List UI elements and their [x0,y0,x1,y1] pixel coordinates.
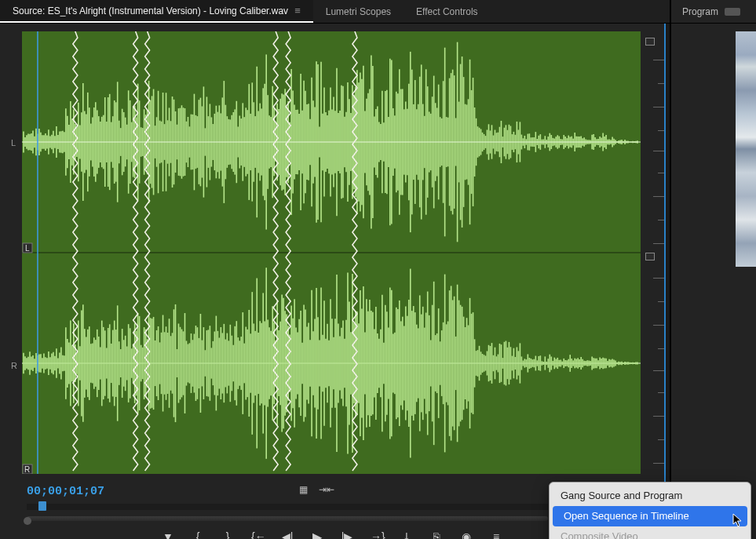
waveform-monitor[interactable]: L R L [0,24,664,481]
timecode-display[interactable]: 00;00;01;07 [27,485,104,498]
ruler-marker-mid [645,253,655,260]
insert-button[interactable]: ⤓ [400,530,413,539]
step-back-button[interactable]: ◀| [281,530,294,539]
source-panel-tabs: Source: ES_It's Alright (Instrumental Ve… [0,0,756,24]
go-to-in-button[interactable]: {← [251,530,264,539]
source-monitor: L R L [0,24,666,539]
level-ruler [644,35,664,474]
play-button[interactable]: ▶ [311,530,323,540]
menu-item-composite-video: Composite Video [550,526,751,539]
button-editor-button[interactable]: ≡ [490,530,502,539]
program-chip [725,8,740,16]
tab-lumetri-label: Lumetri Scopes [326,6,391,17]
program-panel: Program [670,0,756,539]
zoom-track[interactable] [27,516,548,521]
overwrite-button[interactable]: ⎘ [430,530,443,539]
channel-right-label: R [11,361,17,370]
tab-program-label: Program [682,6,718,17]
source-context-menu: Gang Source and Program Open Sequence in… [549,482,751,539]
mark-in-button[interactable]: { [192,530,204,539]
mark-out-button[interactable]: } [221,530,234,539]
tab-effects-label: Effect Controls [416,6,477,17]
export-frame-button[interactable]: ◉ [460,530,473,539]
panel-menu-icon[interactable]: ≡ [294,5,301,16]
settings-view-icon[interactable]: ▦ [299,484,308,495]
svg-text:R: R [24,465,30,474]
go-to-out-button[interactable]: →} [371,530,383,539]
add-marker-button[interactable]: ▼ [162,530,174,539]
svg-text:L: L [25,244,30,253]
tab-program[interactable]: Program [671,0,756,24]
channel-left-label: L [11,138,16,147]
tab-source-label: Source: ES_It's Alright (Instrumental Ve… [13,5,288,16]
tab-lumetri-scopes[interactable]: Lumetri Scopes [313,0,404,23]
tab-source[interactable]: Source: ES_It's Alright (Instrumental Ve… [0,0,313,23]
menu-item-open-sequence-timeline[interactable]: Open Sequence in Timeline [553,506,747,526]
zoom-handle-left[interactable] [24,517,31,525]
insert-overwrite-icon[interactable]: ⇥⇤ [319,484,334,495]
waveform-svg: L R [22,31,641,474]
step-forward-button[interactable]: |▶ [341,530,353,539]
program-preview-thumb [736,31,756,267]
menu-item-gang-source[interactable]: Gang Source and Program [550,486,751,506]
ruler-marker-top [645,38,655,46]
waveform-display[interactable]: L R [22,31,641,474]
playhead-handle[interactable] [38,501,46,511]
tab-effect-controls[interactable]: Effect Controls [404,0,490,23]
scrub-track[interactable] [27,504,548,510]
